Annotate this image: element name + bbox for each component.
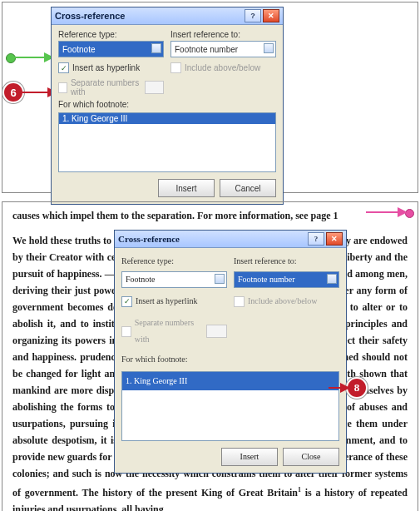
document-area: causes which impel them to the separatio… — [2, 201, 418, 511]
insert-button-label: Insert — [240, 449, 259, 465]
callout-6: 6 — [2, 82, 24, 103]
insert-reference-to-dropdown[interactable]: Footnote number — [234, 271, 339, 288]
reference-type-dropdown[interactable]: Footnote — [121, 271, 227, 288]
green-arrow — [14, 51, 56, 64]
include-above-below-checkbox: Include above/below — [170, 62, 276, 73]
checkbox-icon: ✓ — [58, 62, 69, 73]
insert-button[interactable]: Insert — [221, 448, 278, 466]
reference-type-value: Footnote — [62, 45, 95, 54]
insert-as-hyperlink-label: Insert as hyperlink — [72, 63, 140, 72]
checkbox-icon — [121, 326, 131, 337]
cancel-button-label: Cancel — [235, 184, 260, 193]
callout-6-label: 6 — [10, 87, 16, 99]
cross-reference-dialog-bottom: Cross-reference ? ✕ Reference type: Foot… — [114, 230, 347, 474]
insert-as-hyperlink-checkbox[interactable]: ✓Insert as hyperlink — [58, 62, 164, 73]
close-button-label: Close — [302, 449, 321, 465]
footnote-listbox[interactable]: 1. King George III — [58, 112, 276, 172]
help-button[interactable]: ? — [308, 232, 324, 246]
reference-type-dropdown[interactable]: Footnote — [58, 41, 164, 57]
checkbox-icon — [170, 62, 181, 73]
footnote-list-item[interactable]: 1. King George III — [122, 372, 338, 390]
insert-reference-to-value: Footnote number — [175, 45, 238, 54]
top-figure-area: 6 7 Cross-reference ? ✕ Reference type: — [2, 2, 418, 193]
arrow-8 — [324, 382, 348, 394]
insert-button[interactable]: Insert — [158, 179, 215, 197]
for-which-footnote-label: For which footnote: — [58, 100, 276, 109]
pink-arrow — [361, 206, 406, 219]
insert-reference-to-label: Insert reference to: — [170, 30, 276, 39]
insert-as-hyperlink-checkbox[interactable]: ✓Insert as hyperlink — [121, 293, 227, 310]
dialog-title-bar: Cross-reference ? ✕ — [52, 7, 283, 25]
separate-numbers-field — [145, 81, 164, 94]
for-which-footnote-label: For which footnote: — [121, 351, 339, 368]
checkbox-icon: ✓ — [121, 296, 132, 307]
callout-8-label: 8 — [354, 380, 360, 396]
insert-reference-to-dropdown[interactable]: Footnote number — [170, 41, 276, 57]
dialog-body: Reference type: Footnote ✓Insert as hype… — [115, 248, 346, 473]
separate-numbers-checkbox: Separate numbers with — [121, 315, 227, 348]
dialog-title: Cross-reference — [55, 11, 125, 21]
insert-reference-to-value: Footnote number — [238, 271, 295, 288]
dialog-title-bar: Cross-reference ? ✕ — [115, 231, 346, 248]
help-button[interactable]: ? — [245, 9, 261, 22]
reference-type-label: Reference type: — [58, 30, 164, 39]
checkbox-icon — [58, 82, 67, 93]
dialog-body: Reference type: Footnote ✓Insert as hype… — [52, 25, 283, 204]
dialog-title: Cross-reference — [118, 231, 180, 247]
insert-as-hyperlink-label: Insert as hyperlink — [136, 293, 197, 310]
close-button[interactable]: Close — [283, 448, 339, 466]
footnote-list-item[interactable]: 1. King George III — [59, 113, 275, 124]
separate-numbers-label: Separate numbers with — [135, 315, 202, 348]
close-window-button[interactable]: ✕ — [326, 232, 343, 246]
cancel-button[interactable]: Cancel — [220, 179, 276, 197]
include-above-below-label: Include above/below — [248, 293, 318, 310]
include-above-below-label: Include above/below — [185, 63, 260, 72]
close-window-button[interactable]: ✕ — [263, 9, 279, 22]
separate-numbers-field — [206, 325, 227, 338]
callout-8: 8 — [346, 377, 368, 399]
reference-type-label: Reference type: — [121, 253, 227, 270]
checkbox-icon — [234, 296, 245, 307]
footnote-listbox[interactable]: 1. King George III — [121, 371, 339, 441]
reference-type-value: Footnote — [126, 271, 156, 288]
include-above-below-checkbox: Include above/below — [234, 293, 339, 310]
cross-reference-dialog-top: Cross-reference ? ✕ Reference type: Foot… — [51, 7, 284, 205]
separate-numbers-checkbox: Separate numbers with — [58, 78, 164, 97]
separate-numbers-label: Separate numbers with — [71, 78, 140, 97]
insert-button-label: Insert — [175, 184, 196, 193]
pink-callout-dot — [405, 209, 414, 218]
document-top-line: causes which impel them to the separatio… — [12, 207, 408, 224]
insert-reference-to-label: Insert reference to: — [234, 253, 339, 270]
